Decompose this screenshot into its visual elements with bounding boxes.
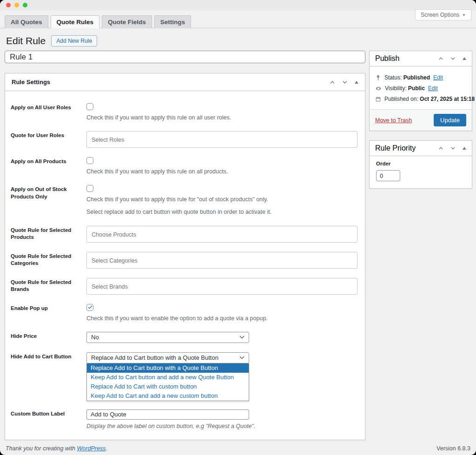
- field-apply-all-products: Apply on All Products Check this if you …: [11, 157, 357, 176]
- field-custom-button-label: Custom Button Label Display the above la…: [11, 409, 357, 430]
- wordpress-link[interactable]: WordPress: [77, 445, 106, 452]
- field-hide-price: Hide Price No: [11, 332, 357, 343]
- app-window: Screen Options ▼ All Quotes Quote Rules …: [0, 0, 476, 455]
- move-up-icon[interactable]: [438, 57, 443, 60]
- published-on-text: Published on: Oct 27, 2025 at 15:18: [384, 96, 475, 102]
- select-brands-input[interactable]: Select Brands: [86, 278, 357, 295]
- enable-popup-checkbox[interactable]: [86, 304, 93, 311]
- screen-options-button[interactable]: Screen Options ▼: [415, 9, 471, 20]
- field-label: Apply on Out of Stock Products Only: [11, 185, 86, 216]
- rule-settings-header: Rule Settings: [5, 73, 365, 91]
- placeholder-text: Select Categories: [92, 257, 138, 264]
- field-label: Quote Rule for Selected Brands: [11, 278, 86, 295]
- move-down-icon[interactable]: [450, 57, 456, 60]
- add-new-rule-button[interactable]: Add New Rule: [51, 35, 97, 46]
- field-label: Hide Price: [11, 332, 86, 343]
- dropdown-option[interactable]: Keep Add to Cart and add a new custom bu…: [87, 391, 249, 401]
- field-label: Custom Button Label: [11, 409, 86, 430]
- custom-button-label-input[interactable]: [86, 409, 249, 420]
- hide-add-to-cart-select[interactable]: Replace Add to Cart button with a Quote …: [86, 352, 249, 363]
- pin-icon: [375, 75, 381, 81]
- close-window-icon[interactable]: [6, 3, 11, 7]
- select-roles-input[interactable]: Select Roles: [86, 131, 357, 148]
- edit-status-link[interactable]: Edit: [433, 74, 443, 81]
- update-button[interactable]: Update: [434, 114, 466, 126]
- field-out-of-stock-only: Apply on Out of Stock Products Only Chec…: [11, 185, 357, 216]
- page-header: Edit Rule Add New Rule: [6, 35, 476, 46]
- tab-all-quotes[interactable]: All Quotes: [5, 15, 48, 28]
- field-apply-all-user-roles: Apply on All User Roles Check this if yo…: [11, 103, 357, 122]
- page-title: Edit Rule: [6, 35, 46, 46]
- field-selected-brands: Quote Rule for Selected Brands Select Br…: [11, 278, 357, 295]
- dropdown-option[interactable]: Replace Add to Cart button with a Quote …: [87, 363, 249, 373]
- choose-products-input[interactable]: Choose Products: [86, 226, 357, 243]
- move-to-trash-link[interactable]: Move to Trash: [375, 117, 412, 124]
- out-of-stock-only-checkbox[interactable]: [86, 185, 93, 192]
- zoom-window-icon[interactable]: [23, 3, 27, 7]
- field-selected-categories: Quote Rule for Selected Categories Selec…: [11, 252, 357, 269]
- dropdown-option[interactable]: Keep Add to Cart button and add a new Qu…: [87, 373, 249, 382]
- window-titlebar: [0, 0, 476, 10]
- visibility-text: Visibility: Public: [385, 85, 425, 92]
- status-text: Status: Published: [384, 74, 430, 81]
- field-help: Check this if you want to enable the opt…: [86, 314, 357, 323]
- field-enable-popup: Enable Pop up Check this if you want to …: [11, 304, 357, 323]
- field-help: Check this if you want to apply this rul…: [86, 113, 357, 122]
- field-label: Quote Rule for Selected Products: [11, 226, 86, 243]
- select-categories-input[interactable]: Select Categories: [86, 252, 357, 269]
- apply-all-products-checkbox[interactable]: [86, 157, 93, 164]
- field-help: Select replace add to cart button with q…: [86, 208, 357, 216]
- edit-visibility-link[interactable]: Edit: [428, 85, 438, 92]
- published-on-row: Published on: Oct 27, 2025 at 15:18 Edit: [375, 96, 466, 102]
- collapse-toggle-icon[interactable]: [463, 57, 466, 60]
- order-input[interactable]: [376, 170, 400, 181]
- tab-quote-fields[interactable]: Quote Fields: [102, 15, 152, 28]
- placeholder-text: Select Brands: [92, 284, 128, 290]
- selected-value: No: [91, 334, 99, 341]
- rule-priority-header: Rule Priority: [370, 141, 472, 156]
- move-up-icon[interactable]: [330, 80, 335, 84]
- footer-version: Version 6.8.3: [436, 445, 470, 452]
- publish-header: Publish: [370, 51, 472, 66]
- hide-add-to-cart-options: Replace Add to Cart button with a Quote …: [86, 363, 249, 401]
- rule-settings-panel: Rule Settings Apply on All Us: [5, 73, 365, 440]
- field-hide-add-to-cart: Hide Add to Cart Button Replace Add to C…: [11, 352, 357, 401]
- field-label: Hide Add to Cart Button: [11, 352, 86, 401]
- rule-name-input[interactable]: [5, 51, 365, 63]
- rule-priority-panel: Rule Priority Order: [369, 140, 472, 189]
- publishing-actions: Move to Trash Update: [370, 109, 472, 131]
- rule-settings-title: Rule Settings: [12, 79, 50, 86]
- field-quote-for-user-roles: Quote for User Roles Select Roles: [11, 131, 357, 148]
- selected-value: Replace Add to Cart button with a Quote …: [91, 354, 218, 361]
- publish-panel: Publish: [369, 51, 472, 131]
- field-help: Check this if you want to apply this rul…: [86, 167, 357, 176]
- visibility-row: Visibility: Public Edit: [375, 85, 466, 92]
- collapse-toggle-icon[interactable]: [463, 147, 466, 150]
- tab-settings[interactable]: Settings: [154, 15, 191, 28]
- chevron-down-icon: [239, 356, 245, 359]
- tab-quote-rules[interactable]: Quote Rules: [51, 15, 100, 28]
- nav-tabs: All Quotes Quote Rules Quote Fields Sett…: [0, 15, 476, 28]
- field-label: Apply on All Products: [11, 157, 86, 176]
- field-help: Check this if you want to apply this rul…: [86, 195, 357, 204]
- placeholder-text: Choose Products: [92, 231, 136, 238]
- apply-all-user-roles-checkbox[interactable]: [86, 103, 93, 110]
- eye-icon: [375, 86, 382, 92]
- field-selected-products: Quote Rule for Selected Products Choose …: [11, 226, 357, 243]
- field-help: Display the above label on custom button…: [86, 422, 357, 430]
- move-down-icon[interactable]: [450, 146, 456, 150]
- hide-price-select[interactable]: No: [86, 332, 249, 343]
- dropdown-option[interactable]: Replace Add to Cart with custom button: [87, 382, 249, 391]
- field-label: Enable Pop up: [11, 304, 86, 323]
- field-label: Apply on All User Roles: [11, 103, 86, 122]
- chevron-down-icon: ▼: [462, 13, 466, 17]
- chevron-down-icon: [239, 336, 245, 339]
- move-up-icon[interactable]: [438, 146, 443, 150]
- order-label: Order: [376, 161, 465, 166]
- footer-thanks: Thank you for creating with WordPress.: [6, 445, 107, 452]
- collapse-toggle-icon[interactable]: [355, 81, 358, 84]
- status-row: Status: Published Edit: [375, 74, 466, 81]
- minimize-window-icon[interactable]: [14, 3, 19, 7]
- field-label: Quote for User Roles: [11, 131, 86, 148]
- move-down-icon[interactable]: [342, 80, 348, 84]
